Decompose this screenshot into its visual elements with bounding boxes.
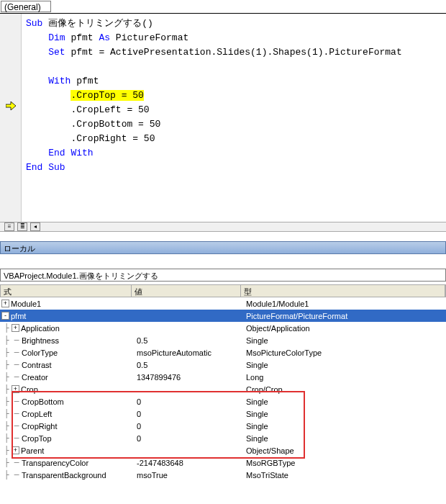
locals-row[interactable]: ├+ApplicationObject/Application: [0, 322, 446, 334]
locals-row[interactable]: ├─CropRight0Single: [0, 420, 446, 432]
var-value: 0.5: [134, 336, 243, 345]
var-value: 0: [134, 422, 243, 431]
var-name: Contrast: [22, 361, 52, 369]
code-token: PictureFormat: [110, 32, 188, 43]
code-token: End With: [48, 148, 93, 158]
code-token: With: [48, 76, 70, 86]
locals-context: VBAProject.Module1.画像をトリミングする: [0, 269, 446, 282]
view-toolbar: ≡ ≣ ◂: [0, 222, 446, 232]
var-name: CropTop: [22, 434, 52, 443]
var-type: Single: [243, 434, 446, 443]
execution-arrow-icon: [6, 101, 16, 112]
code-token: 画像をトリミングする(): [42, 18, 153, 29]
var-name: CropBottom: [22, 397, 64, 406]
tree-toggle-icon[interactable]: +: [12, 446, 19, 454]
var-value: msoTrue: [134, 471, 243, 480]
header-value[interactable]: 値: [132, 285, 241, 297]
var-type: Single: [243, 336, 446, 345]
code-token: .CropBottom = 50: [70, 119, 160, 130]
var-value: -2147483648: [134, 459, 243, 467]
locals-header-row: 式 値 型: [0, 284, 446, 297]
locals-panel-title: ローカル: [0, 241, 446, 254]
locals-row[interactable]: ├─CropBottom0Single: [0, 395, 446, 408]
var-value: msoPictureAutomatic: [134, 348, 243, 357]
locals-row[interactable]: -pfmtPictureFormat/PictureFormat: [0, 310, 446, 322]
header-expression[interactable]: 式: [1, 285, 132, 297]
code-gutter: [0, 14, 22, 222]
var-name: TransparentBackground: [22, 471, 106, 480]
var-value: 1347899476: [134, 373, 243, 382]
current-line: .CropTop = 50: [70, 90, 143, 101]
code-token: pfmt: [65, 32, 99, 43]
var-name: TransparencyColor: [22, 459, 88, 467]
var-type: Single: [243, 397, 446, 406]
code-token: Set: [48, 47, 65, 58]
locals-row[interactable]: ├─ColorTypemsoPictureAutomaticMsoPicture…: [0, 346, 446, 359]
tree-toggle-icon[interactable]: +: [12, 385, 19, 393]
code-token: Dim: [48, 32, 65, 43]
var-name: Brightness: [22, 336, 59, 345]
var-name: Creator: [22, 373, 48, 382]
procedure-dropdown[interactable]: (General): [1, 1, 51, 12]
scroll-left-button[interactable]: ◂: [30, 222, 40, 231]
var-type: MsoPictureColorType: [243, 348, 446, 357]
var-value: 0.5: [134, 361, 243, 369]
var-type: MsoTriState: [243, 471, 446, 480]
var-name: pfmt: [11, 312, 26, 320]
var-name: Crop: [21, 385, 38, 394]
var-type: Object/Shape: [243, 446, 446, 455]
var-name: Parent: [21, 446, 44, 455]
var-type: Module1/Module1: [243, 300, 446, 308]
code-token: Sub: [26, 18, 42, 29]
tree-toggle-icon[interactable]: +: [12, 324, 19, 332]
var-type: Long: [243, 373, 446, 382]
code-editor[interactable]: Sub 画像をトリミングする() Dim pfmt As PictureForm…: [0, 13, 446, 222]
locals-row[interactable]: ├─TransparencyColor-2147483648MsoRGBType: [0, 456, 446, 469]
code-token: .CropLeft = 50: [70, 104, 149, 115]
code-text[interactable]: Sub 画像をトリミングする() Dim pfmt As PictureForm…: [22, 14, 446, 222]
var-name: CropRight: [22, 422, 58, 431]
procedure-view-button[interactable]: ≡: [4, 222, 14, 231]
var-type: PictureFormat/PictureFormat: [243, 312, 446, 320]
var-name: ColorType: [22, 348, 58, 357]
code-token: As: [99, 32, 110, 43]
code-token: End Sub: [26, 162, 65, 173]
tree-toggle-icon[interactable]: +: [1, 300, 9, 307]
code-token: pfmt: [70, 76, 99, 86]
var-value: 0: [134, 410, 243, 418]
var-type: MsoRGBType: [243, 459, 446, 467]
locals-row[interactable]: ├─Brightness0.5Single: [0, 334, 446, 346]
locals-row[interactable]: ├─TransparentBackgroundmsoTrueMsoTriStat…: [0, 469, 446, 481]
var-type: Single: [243, 422, 446, 431]
header-type[interactable]: 型: [241, 285, 445, 297]
locals-body: +Module1Module1/Module1-pfmtPictureForma…: [0, 297, 446, 481]
locals-row[interactable]: ├─Contrast0.5Single: [0, 359, 446, 371]
var-type: Single: [243, 361, 446, 369]
var-type: Single: [243, 410, 446, 418]
code-token: .CropRight = 50: [70, 133, 155, 144]
locals-row[interactable]: +Module1Module1/Module1: [0, 297, 446, 310]
locals-table: 式 値 型 +Module1Module1/Module1-pfmtPictur…: [0, 284, 446, 504]
full-view-button[interactable]: ≣: [17, 222, 27, 231]
var-name: Module1: [11, 300, 41, 308]
var-value: 0: [134, 434, 243, 443]
locals-row[interactable]: ├+CropCrop/Crop: [0, 383, 446, 395]
var-name: CropLeft: [22, 410, 52, 418]
locals-row[interactable]: ├+ParentObject/Shape: [0, 444, 446, 456]
locals-row[interactable]: ├─Creator1347899476Long: [0, 371, 446, 383]
var-value: 0: [134, 397, 243, 406]
var-type: Object/Application: [243, 324, 446, 333]
tree-toggle-icon[interactable]: -: [1, 312, 9, 320]
locals-row[interactable]: ├─CropLeft0Single: [0, 408, 446, 420]
var-type: Crop/Crop: [243, 385, 446, 394]
var-name: Application: [21, 324, 60, 333]
locals-row[interactable]: ├─CropTop0Single: [0, 432, 446, 444]
code-token: pfmt = ActivePresentation.Slides(1).Shap…: [65, 47, 402, 58]
